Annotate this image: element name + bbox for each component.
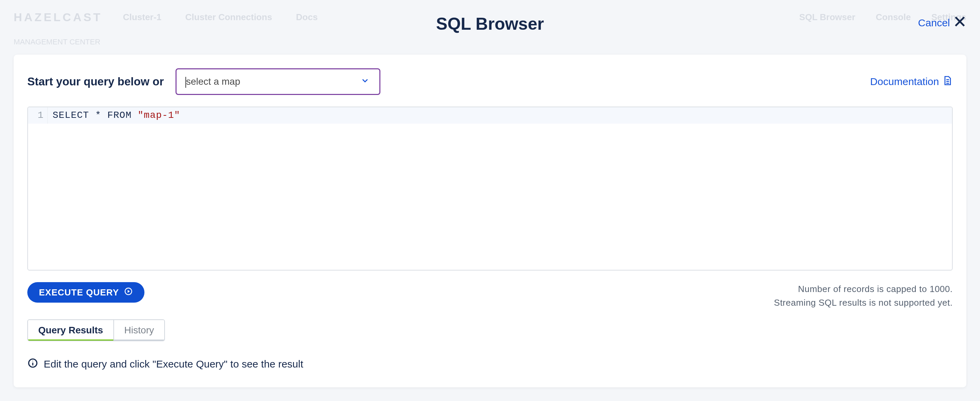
document-icon xyxy=(942,75,953,89)
bg-nav-item: SQL Browser xyxy=(799,12,855,22)
editor-line-1: 1 SELECT * FROM "map-1" xyxy=(28,107,952,124)
tab-query-results[interactable]: Query Results xyxy=(28,320,113,341)
below-editor-row: EXECUTE QUERY Number of records is cappe… xyxy=(27,282,953,310)
code-content: SELECT * FROM "map-1" xyxy=(48,107,180,124)
line-number: 1 xyxy=(28,107,48,124)
hint-text: Edit the query and click "Execute Query"… xyxy=(44,358,303,370)
result-notes: Number of records is capped to 1000. Str… xyxy=(774,282,953,310)
bg-nav-item: Console xyxy=(876,12,911,22)
tab-label: History xyxy=(124,325,154,336)
play-circle-icon xyxy=(124,287,133,298)
token-space xyxy=(132,110,138,121)
bg-nav: Cluster-1 Cluster Connections Docs xyxy=(123,12,318,22)
svg-point-9 xyxy=(32,361,33,361)
execute-query-label: EXECUTE QUERY xyxy=(39,287,119,298)
modal-title: SQL Browser xyxy=(436,14,544,34)
svg-marker-6 xyxy=(127,290,130,293)
execute-query-button[interactable]: EXECUTE QUERY xyxy=(27,282,145,302)
sql-editor[interactable]: 1 SELECT * FROM "map-1" xyxy=(27,107,953,271)
text-cursor xyxy=(185,77,186,88)
close-icon xyxy=(953,15,966,30)
map-select-dropdown[interactable]: select a map xyxy=(175,68,380,95)
map-select-placeholder: select a map xyxy=(186,76,240,87)
cancel-button[interactable]: Cancel xyxy=(918,15,966,30)
hint-row: Edit the query and click "Execute Query"… xyxy=(27,358,953,371)
cancel-label: Cancel xyxy=(918,17,950,29)
documentation-link[interactable]: Documentation xyxy=(870,75,953,89)
sql-browser-panel: Start your query below or select a map D… xyxy=(14,55,966,387)
bg-nav-item: Cluster Connections xyxy=(185,12,272,22)
bg-nav-item: Docs xyxy=(296,12,318,22)
query-label: Start your query below or xyxy=(27,75,164,88)
documentation-label: Documentation xyxy=(870,76,939,88)
token-string: "map-1" xyxy=(138,110,180,121)
token-keyword: FROM xyxy=(107,110,132,121)
bg-breadcrumb: MANAGEMENT CENTER xyxy=(14,38,100,46)
result-tabs: Query Results History xyxy=(27,319,165,341)
logo-text: HAZELCAST xyxy=(14,11,102,24)
tab-history[interactable]: History xyxy=(113,320,164,341)
info-icon xyxy=(27,358,38,371)
query-top-row: Start your query below or select a map D… xyxy=(27,68,953,95)
token-keyword: SELECT xyxy=(52,110,89,121)
chevron-down-icon xyxy=(360,76,370,88)
tab-label: Query Results xyxy=(38,325,103,336)
token-operator: * xyxy=(89,110,107,121)
bg-nav-item: Cluster-1 xyxy=(123,12,162,22)
note-line: Number of records is capped to 1000. xyxy=(774,282,953,296)
note-line: Streaming SQL results is not supported y… xyxy=(774,296,953,309)
